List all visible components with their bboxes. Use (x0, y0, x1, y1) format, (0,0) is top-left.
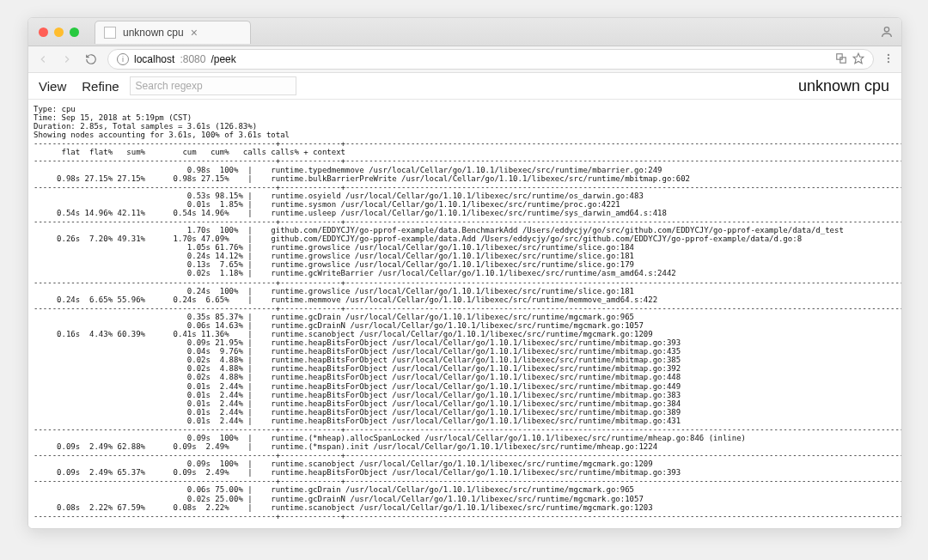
search-placeholder: Search regexp (136, 80, 203, 92)
user-avatar-icon[interactable] (879, 24, 894, 40)
view-menu[interactable]: View (34, 77, 71, 95)
svg-point-6 (888, 60, 889, 62)
profile-text: Type: cpu Time: Sep 15, 2018 at 5:19pm (… (34, 105, 899, 520)
url-path: /peek (211, 53, 235, 65)
address-bar-row: i localhost:8080/peek (28, 46, 901, 73)
site-info-icon[interactable]: i (117, 53, 129, 65)
window-controls (39, 27, 79, 37)
bookmark-star-icon[interactable] (852, 52, 864, 67)
close-window-icon[interactable] (39, 27, 48, 37)
menu-icon[interactable] (882, 52, 894, 67)
tab-bar: unknown cpu × (28, 18, 901, 46)
page-title: unknown cpu (798, 77, 896, 95)
back-icon[interactable] (35, 52, 51, 67)
url-host: localhost (134, 53, 174, 65)
pprof-toolbar: View Refine Search regexp unknown cpu (28, 73, 901, 100)
browser-tab[interactable]: unknown cpu × (95, 21, 251, 44)
browser-window: unknown cpu × i localhost:8080/peek (27, 17, 902, 529)
close-tab-icon[interactable]: × (191, 27, 198, 39)
svg-marker-3 (853, 53, 864, 64)
translate-icon[interactable] (835, 52, 847, 67)
url-port: :8080 (180, 53, 205, 65)
svg-point-5 (888, 57, 889, 58)
tab-title: unknown cpu (123, 27, 184, 39)
reload-icon[interactable] (83, 52, 99, 67)
zoom-window-icon[interactable] (70, 27, 79, 37)
svg-point-0 (884, 27, 888, 32)
favicon-icon (104, 27, 116, 39)
profile-output: Type: cpu Time: Sep 15, 2018 at 5:19pm (… (28, 100, 901, 528)
search-input[interactable]: Search regexp (130, 76, 296, 95)
address-bar[interactable]: i localhost:8080/peek (107, 49, 874, 70)
svg-rect-1 (837, 53, 842, 58)
minimize-window-icon[interactable] (54, 27, 64, 37)
svg-point-4 (888, 53, 889, 55)
forward-icon[interactable] (59, 52, 75, 67)
svg-rect-2 (840, 57, 846, 62)
refine-menu[interactable]: Refine (76, 77, 124, 95)
